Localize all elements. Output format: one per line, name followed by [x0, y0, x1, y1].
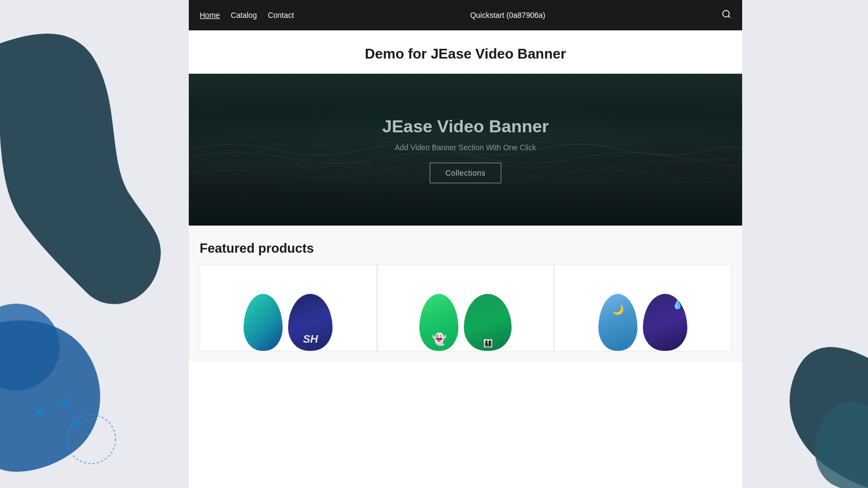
product-images-1: SH: [238, 294, 338, 351]
svg-point-7: [723, 10, 729, 17]
navbar: Home Catalog Contact Quickstart (0a87906…: [189, 0, 742, 30]
nav-home[interactable]: Home: [200, 11, 220, 20]
products-grid: SH 👻 👨‍👩‍👧‍👦: [200, 265, 731, 351]
svg-point-2: [62, 398, 68, 404]
product-shape-green: 👻: [419, 294, 458, 351]
product-logo: SH: [303, 333, 318, 344]
featured-section: Featured products SH 👻: [189, 226, 742, 362]
video-banner: JEase Video Banner Add Video Banner Sect…: [189, 74, 742, 226]
svg-line-8: [728, 16, 730, 17]
ghost-icon: 👻: [432, 332, 446, 346]
main-window: Home Catalog Contact Quickstart (0a87906…: [189, 0, 742, 488]
nav-brand: Quickstart (0a87906a): [470, 11, 546, 20]
product-shape-purple: 💧: [643, 294, 687, 351]
product-shape-green-people: 👨‍👩‍👧‍👦: [464, 294, 512, 351]
product-images-3: 🌙 💧: [593, 294, 693, 351]
product-shape-blue: 🌙: [598, 294, 637, 351]
banner-title: JEase Video Banner: [382, 117, 548, 137]
svg-point-0: [0, 304, 60, 390]
featured-title: Featured products: [200, 241, 731, 256]
collections-button[interactable]: Collections: [430, 163, 501, 183]
nav-links: Home Catalog Contact: [200, 11, 294, 20]
product-card-3[interactable]: 🌙 💧: [554, 265, 731, 351]
drip-icon: 💧: [672, 299, 683, 310]
banner-content: JEase Video Banner Add Video Banner Sect…: [382, 117, 548, 183]
page-title: Demo for JEase Video Banner: [200, 46, 731, 62]
nav-contact[interactable]: Contact: [268, 11, 294, 20]
svg-point-3: [73, 420, 79, 426]
page-title-section: Demo for JEase Video Banner: [189, 30, 742, 74]
search-icon[interactable]: [722, 9, 731, 22]
nav-catalog[interactable]: Catalog: [231, 11, 257, 20]
product-shape-teal: [244, 294, 283, 351]
product-images-2: 👻 👨‍👩‍👧‍👦: [414, 294, 517, 351]
product-card-2[interactable]: 👻 👨‍👩‍👧‍👦: [377, 265, 554, 351]
people-icon: 👨‍👩‍👧‍👦: [483, 339, 493, 348]
product-card-1[interactable]: SH: [200, 265, 377, 351]
svg-point-6: [67, 415, 116, 464]
svg-line-4: [41, 401, 65, 412]
svg-line-5: [65, 401, 76, 423]
product-shape-dark: SH: [288, 294, 333, 351]
banner-subtitle: Add Video Banner Section With One Click: [395, 143, 536, 152]
moon-icon: 🌙: [612, 304, 624, 316]
svg-point-1: [37, 409, 44, 415]
